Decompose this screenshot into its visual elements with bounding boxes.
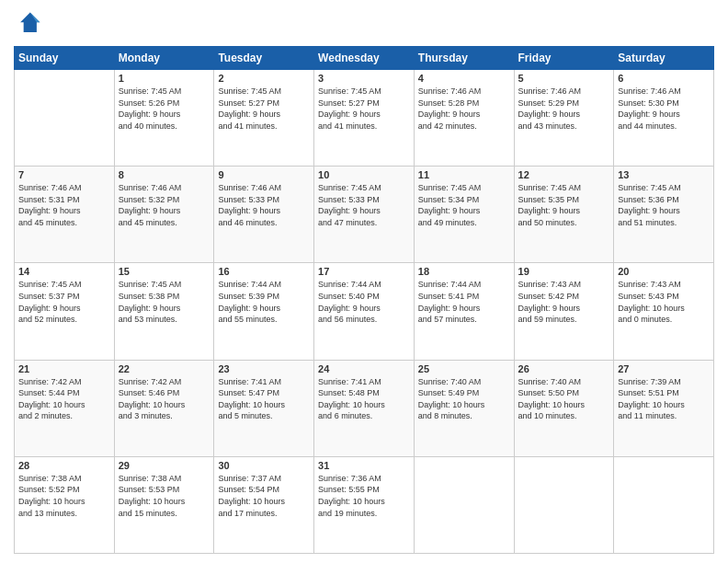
day-number: 30 (218, 460, 310, 471)
day-number: 14 (18, 266, 110, 277)
calendar-cell: 18Sunrise: 7:44 AM Sunset: 5:41 PM Dayli… (414, 263, 514, 360)
calendar-cell: 2Sunrise: 7:45 AM Sunset: 5:27 PM Daylig… (214, 70, 314, 167)
calendar-week-row: 1Sunrise: 7:45 AM Sunset: 5:26 PM Daylig… (15, 70, 714, 167)
day-info: Sunrise: 7:46 AM Sunset: 5:29 PM Dayligh… (518, 86, 610, 132)
calendar-cell: 5Sunrise: 7:46 AM Sunset: 5:29 PM Daylig… (514, 70, 614, 167)
day-number: 20 (618, 266, 710, 277)
calendar-cell: 7Sunrise: 7:46 AM Sunset: 5:31 PM Daylig… (15, 167, 115, 263)
day-info: Sunrise: 7:37 AM Sunset: 5:54 PM Dayligh… (218, 473, 310, 519)
day-info: Sunrise: 7:45 AM Sunset: 5:33 PM Dayligh… (318, 182, 410, 228)
calendar-cell: 28Sunrise: 7:38 AM Sunset: 5:52 PM Dayli… (15, 456, 115, 553)
day-info: Sunrise: 7:46 AM Sunset: 5:30 PM Dayligh… (618, 86, 710, 132)
calendar-week-row: 14Sunrise: 7:45 AM Sunset: 5:37 PM Dayli… (15, 263, 714, 360)
day-info: Sunrise: 7:40 AM Sunset: 5:50 PM Dayligh… (518, 376, 610, 422)
calendar-cell: 25Sunrise: 7:40 AM Sunset: 5:49 PM Dayli… (414, 360, 514, 456)
calendar-cell: 26Sunrise: 7:40 AM Sunset: 5:50 PM Dayli… (514, 360, 614, 456)
day-info: Sunrise: 7:45 AM Sunset: 5:27 PM Dayligh… (318, 86, 410, 132)
logo-icon (14, 9, 43, 39)
day-info: Sunrise: 7:39 AM Sunset: 5:51 PM Dayligh… (618, 376, 710, 422)
calendar-cell: 19Sunrise: 7:43 AM Sunset: 5:42 PM Dayli… (514, 263, 614, 360)
day-info: Sunrise: 7:38 AM Sunset: 5:53 PM Dayligh… (119, 473, 210, 519)
day-info: Sunrise: 7:45 AM Sunset: 5:34 PM Dayligh… (418, 182, 510, 228)
day-info: Sunrise: 7:44 AM Sunset: 5:40 PM Dayligh… (318, 279, 410, 325)
day-number: 27 (618, 363, 710, 374)
day-number: 22 (119, 363, 210, 374)
calendar-cell: 30Sunrise: 7:37 AM Sunset: 5:54 PM Dayli… (214, 456, 314, 553)
day-number: 10 (318, 169, 410, 180)
day-number: 9 (218, 169, 310, 180)
calendar-cell: 27Sunrise: 7:39 AM Sunset: 5:51 PM Dayli… (614, 360, 714, 456)
calendar-day-header: Friday (514, 47, 614, 70)
day-info: Sunrise: 7:44 AM Sunset: 5:39 PM Dayligh… (218, 279, 310, 325)
day-number: 18 (418, 266, 510, 277)
day-info: Sunrise: 7:42 AM Sunset: 5:46 PM Dayligh… (119, 376, 210, 422)
calendar-week-row: 28Sunrise: 7:38 AM Sunset: 5:52 PM Dayli… (15, 456, 714, 553)
day-info: Sunrise: 7:40 AM Sunset: 5:49 PM Dayligh… (418, 376, 510, 422)
day-info: Sunrise: 7:46 AM Sunset: 5:33 PM Dayligh… (218, 182, 310, 228)
day-number: 11 (418, 169, 510, 180)
calendar-cell: 29Sunrise: 7:38 AM Sunset: 5:53 PM Dayli… (114, 456, 214, 553)
calendar-cell: 10Sunrise: 7:45 AM Sunset: 5:33 PM Dayli… (314, 167, 415, 263)
day-number: 15 (119, 266, 210, 277)
day-number: 8 (119, 169, 210, 180)
calendar-cell: 31Sunrise: 7:36 AM Sunset: 5:55 PM Dayli… (314, 456, 415, 553)
day-info: Sunrise: 7:44 AM Sunset: 5:41 PM Dayligh… (418, 279, 510, 325)
day-info: Sunrise: 7:45 AM Sunset: 5:26 PM Dayligh… (119, 86, 210, 132)
day-info: Sunrise: 7:45 AM Sunset: 5:27 PM Dayligh… (218, 86, 310, 132)
calendar-day-header: Sunday (15, 47, 115, 70)
calendar-day-header: Monday (114, 47, 214, 70)
day-number: 23 (218, 363, 310, 374)
day-info: Sunrise: 7:41 AM Sunset: 5:48 PM Dayligh… (318, 376, 410, 422)
day-number: 5 (518, 73, 610, 84)
calendar-cell: 17Sunrise: 7:44 AM Sunset: 5:40 PM Dayli… (314, 263, 415, 360)
day-info: Sunrise: 7:46 AM Sunset: 5:32 PM Dayligh… (119, 182, 210, 228)
calendar-cell: 11Sunrise: 7:45 AM Sunset: 5:34 PM Dayli… (414, 167, 514, 263)
calendar-cell: 15Sunrise: 7:45 AM Sunset: 5:38 PM Dayli… (114, 263, 214, 360)
day-number: 1 (119, 73, 210, 84)
day-info: Sunrise: 7:45 AM Sunset: 5:36 PM Dayligh… (618, 182, 710, 228)
day-number: 21 (18, 363, 110, 374)
day-info: Sunrise: 7:45 AM Sunset: 5:38 PM Dayligh… (119, 279, 210, 325)
calendar-cell: 8Sunrise: 7:46 AM Sunset: 5:32 PM Daylig… (114, 167, 214, 263)
day-info: Sunrise: 7:43 AM Sunset: 5:43 PM Dayligh… (618, 279, 710, 325)
calendar-day-header: Saturday (614, 47, 714, 70)
calendar-cell (15, 70, 115, 167)
day-info: Sunrise: 7:45 AM Sunset: 5:37 PM Dayligh… (18, 279, 110, 325)
calendar-week-row: 21Sunrise: 7:42 AM Sunset: 5:44 PM Dayli… (15, 360, 714, 456)
calendar-cell: 23Sunrise: 7:41 AM Sunset: 5:47 PM Dayli… (214, 360, 314, 456)
day-number: 4 (418, 73, 510, 84)
day-info: Sunrise: 7:41 AM Sunset: 5:47 PM Dayligh… (218, 376, 310, 422)
day-number: 12 (518, 169, 610, 180)
day-info: Sunrise: 7:43 AM Sunset: 5:42 PM Dayligh… (518, 279, 610, 325)
day-number: 24 (318, 363, 410, 374)
day-number: 19 (518, 266, 610, 277)
calendar-cell: 24Sunrise: 7:41 AM Sunset: 5:48 PM Dayli… (314, 360, 415, 456)
calendar-cell: 21Sunrise: 7:42 AM Sunset: 5:44 PM Dayli… (15, 360, 115, 456)
day-number: 2 (218, 73, 310, 84)
header (14, 9, 714, 39)
calendar-cell: 9Sunrise: 7:46 AM Sunset: 5:33 PM Daylig… (214, 167, 314, 263)
calendar-cell: 4Sunrise: 7:46 AM Sunset: 5:28 PM Daylig… (414, 70, 514, 167)
calendar-cell: 14Sunrise: 7:45 AM Sunset: 5:37 PM Dayli… (15, 263, 115, 360)
day-info: Sunrise: 7:46 AM Sunset: 5:31 PM Dayligh… (18, 182, 110, 228)
day-info: Sunrise: 7:45 AM Sunset: 5:35 PM Dayligh… (518, 182, 610, 228)
calendar-cell (414, 456, 514, 553)
day-number: 7 (18, 169, 110, 180)
day-info: Sunrise: 7:42 AM Sunset: 5:44 PM Dayligh… (18, 376, 110, 422)
calendar-cell: 1Sunrise: 7:45 AM Sunset: 5:26 PM Daylig… (114, 70, 214, 167)
calendar-week-row: 7Sunrise: 7:46 AM Sunset: 5:31 PM Daylig… (15, 167, 714, 263)
calendar-cell: 16Sunrise: 7:44 AM Sunset: 5:39 PM Dayli… (214, 263, 314, 360)
calendar-cell: 6Sunrise: 7:46 AM Sunset: 5:30 PM Daylig… (614, 70, 714, 167)
day-info: Sunrise: 7:38 AM Sunset: 5:52 PM Dayligh… (18, 473, 110, 519)
day-number: 16 (218, 266, 310, 277)
day-number: 17 (318, 266, 410, 277)
calendar-cell (614, 456, 714, 553)
calendar-day-header: Wednesday (314, 47, 415, 70)
calendar-cell: 22Sunrise: 7:42 AM Sunset: 5:46 PM Dayli… (114, 360, 214, 456)
day-number: 29 (119, 460, 210, 471)
day-number: 6 (618, 73, 710, 84)
page: SundayMondayTuesdayWednesdayThursdayFrid… (0, 0, 728, 563)
calendar-cell: 20Sunrise: 7:43 AM Sunset: 5:43 PM Dayli… (614, 263, 714, 360)
day-number: 13 (618, 169, 710, 180)
day-info: Sunrise: 7:46 AM Sunset: 5:28 PM Dayligh… (418, 86, 510, 132)
